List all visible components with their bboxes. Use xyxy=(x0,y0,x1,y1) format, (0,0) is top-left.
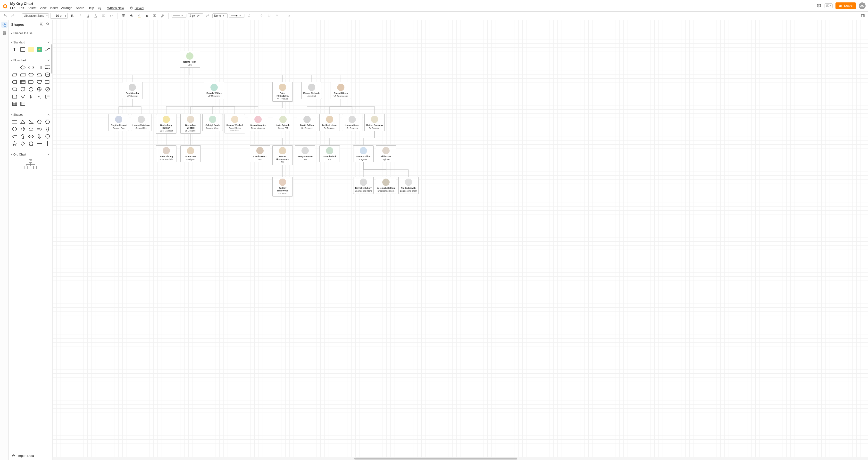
fc-or[interactable] xyxy=(44,86,51,92)
org-node[interactable]: Debby LethemSr. Engineer xyxy=(319,114,340,131)
shape-text[interactable]: T xyxy=(11,46,18,53)
underline-button[interactable]: U xyxy=(85,12,91,19)
flash-button[interactable] xyxy=(258,12,265,19)
magnet-button[interactable] xyxy=(266,12,272,19)
border-color-button[interactable] xyxy=(136,12,142,19)
fc-brace-l[interactable]: ‹{ xyxy=(36,94,43,99)
fc-display[interactable] xyxy=(11,86,18,92)
feature-find-icon[interactable] xyxy=(98,6,101,10)
fc-sum[interactable] xyxy=(36,86,43,92)
fc-database[interactable] xyxy=(44,72,51,78)
italic-button[interactable]: I xyxy=(77,12,83,19)
org-node[interactable]: Bent GrashaVP Support xyxy=(122,82,143,99)
fc-delay[interactable] xyxy=(44,79,51,85)
rail-data-icon[interactable] xyxy=(1,30,7,36)
bs-cloud[interactable] xyxy=(28,126,34,132)
line-width-select[interactable]: 2 px▴▾ xyxy=(188,13,203,18)
fc-predefined[interactable] xyxy=(36,65,43,70)
menu-help[interactable]: Help xyxy=(88,6,94,10)
font-size-decrease[interactable]: − xyxy=(51,13,55,19)
image-button[interactable] xyxy=(152,12,158,19)
text-color-button[interactable] xyxy=(92,12,99,19)
lock-button[interactable] xyxy=(274,12,280,19)
bs-hex[interactable] xyxy=(44,119,51,125)
comments-icon[interactable] xyxy=(816,3,822,8)
org-node[interactable]: Dorena WhebellSocial Media Specialist xyxy=(224,114,245,133)
redo-button[interactable] xyxy=(10,12,16,19)
org-node[interactable]: Berkley EsherwoodPM Intern xyxy=(272,177,293,197)
font-size-stepper[interactable]: − + xyxy=(50,13,68,19)
shape-fill-button[interactable] xyxy=(120,12,127,19)
close-standard-icon[interactable]: ✕ xyxy=(47,41,50,44)
align-button[interactable] xyxy=(100,12,106,19)
bs-diamond[interactable] xyxy=(20,141,26,146)
fc-brace-r[interactable]: }› xyxy=(28,94,34,99)
whats-new-link[interactable]: What's New xyxy=(107,6,124,10)
horizontal-scrollbar[interactable] xyxy=(53,457,868,460)
bs-arr-u[interactable] xyxy=(20,133,26,139)
bold-button[interactable]: B xyxy=(69,12,75,19)
fc-table[interactable] xyxy=(11,101,18,107)
fc-card[interactable] xyxy=(20,72,26,78)
line-path-button[interactable] xyxy=(205,12,211,19)
org-node[interactable]: Laney ChristmasSupport Rep xyxy=(131,114,152,131)
start-arrow-select[interactable]: None xyxy=(212,13,228,18)
document-title[interactable]: My Org Chart xyxy=(10,1,144,6)
bs-vline[interactable] xyxy=(44,141,51,146)
org-node[interactable]: Irwin SpinelloSenior PM xyxy=(273,114,293,131)
bs-cross[interactable] xyxy=(20,126,26,132)
org-node[interactable]: Brigida WitheyVP Marketing xyxy=(204,82,224,99)
bs-tri[interactable] xyxy=(20,119,26,125)
org-node[interactable]: Russell RossVP Engineering xyxy=(331,82,351,99)
org-node[interactable]: Caleigh JerdeContent Writer xyxy=(203,114,223,131)
close-orgchart-icon[interactable]: ✕ xyxy=(47,153,50,156)
menu-select[interactable]: Select xyxy=(27,6,36,10)
fc-stored[interactable] xyxy=(11,79,18,85)
canvas[interactable]: Norma PerryCEOBent GrashaVP SupportBrigi… xyxy=(53,20,868,460)
menu-file[interactable]: File xyxy=(10,6,15,10)
menu-edit[interactable]: Edit xyxy=(19,6,24,10)
org-node[interactable]: Camila HintzPM xyxy=(250,145,270,162)
fc-note[interactable] xyxy=(44,94,51,99)
import-data-button[interactable]: Import Data xyxy=(9,451,52,460)
org-node[interactable]: Dante CollinsEngineer xyxy=(353,145,374,162)
wrench-button[interactable] xyxy=(286,12,292,19)
bs-circle[interactable] xyxy=(44,133,51,139)
org-node[interactable]: Shana MaguireEmail Manager xyxy=(248,114,268,131)
org-node[interactable]: Bernadine GodsellSr. Designer xyxy=(180,114,201,134)
org-node[interactable]: Jeremiah OaktonEngineering Intern xyxy=(376,177,396,194)
fc-swim[interactable] xyxy=(20,101,26,107)
line-style-select[interactable] xyxy=(172,14,186,18)
fc-internal[interactable] xyxy=(20,79,26,85)
swap-arrows-button[interactable] xyxy=(246,12,252,19)
sidebar-search-icon[interactable] xyxy=(46,22,50,27)
bs-star[interactable] xyxy=(11,141,18,146)
bs-poly[interactable] xyxy=(28,141,34,146)
fc-terminator[interactable] xyxy=(28,65,34,70)
bs-arr-d[interactable] xyxy=(44,126,51,132)
section-flowchart[interactable]: ▾Flowchart✕ xyxy=(11,57,50,64)
fc-manual[interactable] xyxy=(36,79,43,85)
end-arrow-select[interactable] xyxy=(229,14,244,18)
magic-button[interactable] xyxy=(159,12,165,19)
org-node[interactable]: Bartholemy DurganSEM Manager xyxy=(156,114,177,134)
font-size-input[interactable] xyxy=(55,14,63,18)
fc-process[interactable] xyxy=(11,65,18,70)
rail-shapes-icon[interactable] xyxy=(1,22,7,28)
org-node[interactable]: Phil AcresEngineer xyxy=(376,145,396,162)
org-node[interactable]: David SellnerSr. Engineer xyxy=(297,114,317,131)
fc-tape[interactable] xyxy=(11,94,18,99)
section-standard[interactable]: ▾Standard✕ xyxy=(11,39,50,45)
org-node[interactable]: Erica RomagueraVP Product xyxy=(272,82,293,102)
org-node[interactable]: Jonis ThringSEM Specialist xyxy=(156,145,177,162)
bs-oct[interactable] xyxy=(11,126,18,132)
bs-arr-l[interactable] xyxy=(11,133,18,139)
bs-arr-ud[interactable] xyxy=(36,133,43,139)
menu-view[interactable]: View xyxy=(40,6,46,10)
fc-connector[interactable] xyxy=(28,86,34,92)
font-family-select[interactable]: Liberation Sans xyxy=(22,13,49,18)
org-node[interactable]: Kendra ScrammagePM xyxy=(272,145,293,165)
org-node[interactable]: Holmes DeverSr. Engineer xyxy=(342,114,362,131)
shape-bolt[interactable]: ⚡ xyxy=(36,46,43,53)
shape-arrow[interactable] xyxy=(44,46,51,53)
